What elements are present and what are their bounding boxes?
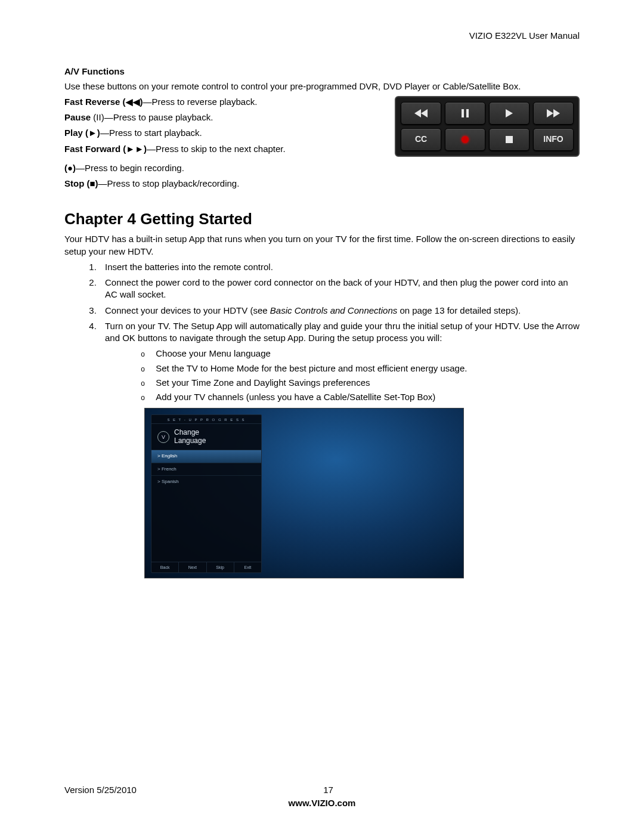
fast-forward-line: Fast Forward (►►)—Press to skip to the n… [64, 143, 321, 155]
pause-label: Pause [64, 112, 91, 122]
av-intro: Use these buttons on your remote control… [64, 80, 580, 92]
step-1: Insert the batteries into the remote con… [99, 261, 580, 273]
setup-exit-button: Exit [234, 562, 261, 572]
stop-icon [489, 128, 530, 151]
footer-url: www.VIZIO.com [64, 797, 580, 809]
fast-forward-icon [533, 102, 574, 125]
play-icon [489, 102, 530, 125]
substep-2: Set the TV to Home Mode for the best pic… [141, 363, 580, 374]
substep-1: Choose your Menu language [141, 348, 580, 360]
fast-forward-desc: —Press to skip to the next chapter. [147, 144, 286, 154]
step-4-text: Turn on your TV. The Setup App will auto… [105, 321, 580, 343]
setup-skip-button: Skip [207, 562, 234, 572]
setup-footer: Back Next Skip Exit [151, 562, 261, 572]
info-button: INFO [533, 128, 574, 151]
setup-progress-label: S E T - U P P R O G R E S S [151, 415, 261, 424]
step-4: Turn on your TV. The Setup App will auto… [99, 320, 580, 404]
step-3: Connect your devices to your HDTV (see B… [99, 305, 580, 317]
record-icon [445, 128, 485, 151]
substep-4: Add your TV channels (unless you have a … [141, 391, 580, 403]
svg-rect-3 [466, 109, 469, 117]
setup-panel-title: Change Language [174, 429, 206, 444]
setup-panel: S E T - U P P R O G R E S S V Change Lan… [151, 414, 262, 573]
record-line: (●)—Press to begin recording. [64, 162, 321, 174]
pause-sym: (II) [91, 112, 104, 122]
lang-english: > English [151, 450, 261, 463]
step-3-pre: Connect your devices to your HDTV (see [105, 305, 270, 315]
lang-spanish: > Spanish [151, 475, 261, 488]
fast-forward-label: Fast Forward (►►) [64, 144, 147, 154]
cc-button: CC [401, 128, 441, 151]
stop-label: Stop (■) [64, 178, 98, 188]
step-3-ref: Basic Controls and Connections [270, 305, 397, 315]
substep-3: Set your Time Zone and Daylight Savings … [141, 377, 580, 389]
fast-reverse-desc: —Press to reverse playback. [143, 97, 258, 107]
step-2: Connect the power cord to the power cord… [99, 277, 580, 301]
pause-icon [445, 102, 485, 125]
pause-desc: —Press to pause playback. [104, 112, 213, 122]
fast-reverse-icon [401, 102, 441, 125]
document-title: VIZIO E322VL User Manual [64, 30, 580, 42]
setup-title-line1: Change [174, 429, 206, 436]
setup-steps: Insert the batteries into the remote con… [64, 261, 580, 404]
record-desc: —Press to begin recording. [76, 163, 184, 173]
stop-line: Stop (■)—Press to stop playback/recordin… [64, 178, 321, 190]
fast-reverse-line: Fast Reverse (◀◀)—Press to reverse playb… [64, 96, 321, 108]
play-line: Play (►)—Press to start playback. [64, 127, 321, 139]
chapter-intro: Your HDTV has a built-in setup App that … [64, 233, 580, 258]
vizio-logo-icon: V [157, 431, 169, 443]
play-label: Play (►) [64, 128, 100, 138]
svg-marker-1 [421, 109, 428, 117]
substeps: Choose your Menu language Set the TV to … [105, 348, 580, 403]
svg-marker-6 [553, 109, 560, 117]
svg-marker-4 [506, 109, 513, 117]
record-label: (●) [64, 163, 76, 173]
play-desc: —Press to start playback. [100, 128, 202, 138]
fast-reverse-label: Fast Reverse (◀◀) [64, 97, 143, 107]
av-functions-heading: A/V Functions [64, 66, 580, 78]
setup-title-line2: Language [174, 437, 206, 445]
page-footer: Version 5/25/2010 17 www.VIZIO.com [64, 784, 580, 810]
svg-marker-5 [547, 109, 553, 117]
remote-graphic: CC INFO [395, 96, 580, 157]
step-3-post: on page 13 for detailed steps). [397, 305, 521, 315]
chapter-title: Chapter 4 Getting Started [64, 209, 580, 230]
setup-app-screenshot: S E T - U P P R O G R E S S V Change Lan… [144, 408, 464, 578]
setup-next-button: Next [179, 562, 206, 572]
footer-page-number: 17 [77, 784, 580, 796]
lang-french: > French [151, 463, 261, 476]
pause-line: Pause (II)—Press to pause playback. [64, 112, 321, 123]
svg-rect-2 [462, 109, 464, 117]
stop-desc: —Press to stop playback/recording. [98, 178, 240, 188]
svg-rect-7 [506, 136, 513, 143]
svg-marker-0 [414, 109, 421, 117]
setup-back-button: Back [151, 562, 179, 572]
